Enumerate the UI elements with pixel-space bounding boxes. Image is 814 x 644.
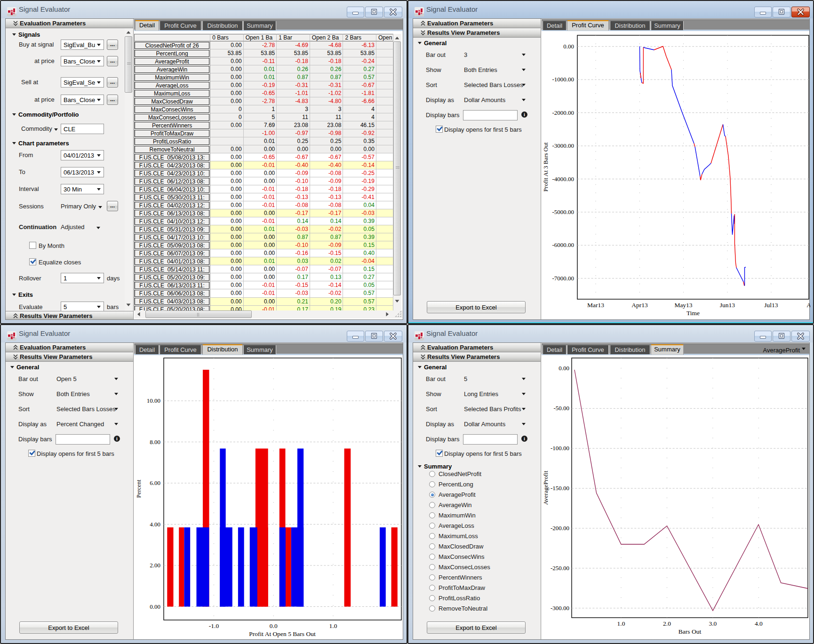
svg-text:6.00: 6.00: [150, 479, 160, 486]
svg-text:0.00: 0.00: [559, 365, 569, 372]
svg-text:2.0: 2.0: [663, 620, 671, 627]
svg-text:AverageProfit: AverageProfit: [542, 470, 549, 505]
svg-text:-3000.00: -3000.00: [552, 142, 574, 149]
svg-text:-250.00: -250.00: [551, 564, 569, 572]
svg-text:-7000.00: -7000.00: [552, 275, 574, 282]
svg-text:Profit At 3 Bars Out: Profit At 3 Bars Out: [542, 142, 549, 191]
svg-text:Time: Time: [686, 310, 700, 317]
svg-text:10.00: 10.00: [147, 397, 160, 404]
svg-text:-50.00: -50.00: [553, 405, 569, 412]
svg-text:3.0: 3.0: [709, 620, 717, 627]
svg-text:4.00: 4.00: [150, 521, 160, 528]
svg-text:1.0: 1.0: [329, 622, 337, 629]
svg-text:0.00: 0.00: [150, 603, 160, 610]
svg-text:2.00: 2.00: [150, 562, 160, 569]
svg-text:0.00: 0.00: [563, 43, 574, 50]
svg-text:May13: May13: [674, 302, 692, 309]
svg-text:Aug13: Aug13: [806, 302, 810, 309]
svg-text:Bars Out: Bars Out: [678, 628, 702, 635]
svg-text:-5000.00: -5000.00: [552, 208, 574, 215]
svg-text:-1000.00: -1000.00: [552, 76, 574, 83]
svg-text:Profit At Open 5 Bars Out: Profit At Open 5 Bars Out: [249, 630, 316, 637]
svg-text:-4000.00: -4000.00: [552, 175, 574, 183]
svg-text:-300.00: -300.00: [551, 604, 569, 612]
svg-text:-200.00: -200.00: [551, 525, 569, 532]
svg-text:8.00: 8.00: [150, 438, 160, 445]
svg-text:Apr13: Apr13: [631, 302, 648, 309]
svg-text:-6000.00: -6000.00: [552, 241, 574, 248]
svg-text:Mar13: Mar13: [587, 302, 604, 309]
svg-text:-1.0: -1.0: [209, 622, 219, 629]
svg-text:4.0: 4.0: [755, 620, 763, 627]
svg-text:-2000.00: -2000.00: [552, 109, 574, 116]
svg-text:-100.00: -100.00: [551, 445, 569, 452]
svg-text:1.0: 1.0: [617, 620, 625, 627]
svg-text:Jun13: Jun13: [720, 302, 735, 309]
svg-text:0.0: 0.0: [270, 622, 278, 629]
svg-text:Percent: Percent: [135, 479, 142, 498]
svg-text:-150.00: -150.00: [551, 485, 569, 492]
svg-text:Jul13: Jul13: [764, 302, 778, 309]
